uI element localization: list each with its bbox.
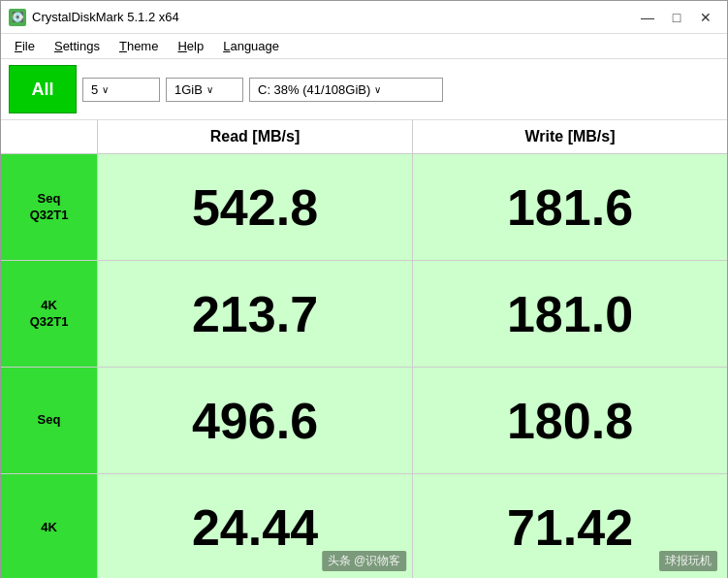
drive-select[interactable]: C: 38% (41/108GiB) ∨ xyxy=(249,78,443,102)
count-arrow-icon: ∨ xyxy=(102,84,109,95)
menu-bar: File Settings Theme Help Language xyxy=(1,34,727,59)
window-controls: — □ ✕ xyxy=(634,7,719,28)
menu-help[interactable]: Help xyxy=(168,36,213,56)
count-select[interactable]: 5 ∨ xyxy=(82,78,160,102)
watermark-right: 球报玩机 xyxy=(659,551,717,571)
row-write-4k-q32t1: 181.0 xyxy=(413,261,727,367)
main-content: Read [MB/s] Write [MB/s] SeqQ32T1 542.8 … xyxy=(1,120,727,578)
menu-language[interactable]: Language xyxy=(213,36,289,56)
app-window: 💽 CrystalDiskMark 5.1.2 x64 — □ ✕ File S… xyxy=(0,0,728,578)
row-label-4k: 4K xyxy=(1,474,98,578)
title-bar-left: 💽 CrystalDiskMark 5.1.2 x64 xyxy=(9,9,179,26)
window-title: CrystalDiskMark 5.1.2 x64 xyxy=(32,10,179,24)
menu-settings-label: Settings xyxy=(54,39,100,53)
menu-theme[interactable]: Theme xyxy=(110,36,168,56)
size-arrow-icon: ∨ xyxy=(206,84,213,95)
menu-settings[interactable]: Settings xyxy=(45,36,110,56)
row-write-seq: 180.8 xyxy=(413,368,727,473)
app-icon: 💽 xyxy=(9,9,26,26)
row-label-4k-q32t1: 4KQ32T1 xyxy=(1,261,98,367)
row-read-seq-q32t1: 542.8 xyxy=(98,154,413,260)
minimize-button[interactable]: — xyxy=(634,7,661,28)
row-read-4k-q32t1: 213.7 xyxy=(98,261,413,367)
watermark-left: 头条 @识物客 xyxy=(322,551,407,571)
row-label-seq: Seq xyxy=(1,368,98,473)
table-row: Seq 496.6 180.8 xyxy=(1,368,727,474)
all-button[interactable]: All xyxy=(9,65,77,113)
row-read-seq: 496.6 xyxy=(98,368,413,473)
title-bar: 💽 CrystalDiskMark 5.1.2 x64 — □ ✕ xyxy=(1,1,727,34)
row-write-seq-q32t1: 181.6 xyxy=(413,154,727,260)
count-value: 5 xyxy=(91,82,98,97)
menu-file-label: File xyxy=(15,39,35,53)
size-select[interactable]: 1GiB ∨ xyxy=(166,78,243,102)
size-value: 1GiB xyxy=(174,82,203,97)
menu-help-label: Help xyxy=(177,39,204,53)
table-row: SeqQ32T1 542.8 181.6 xyxy=(1,154,727,261)
drive-value: C: 38% (41/108GiB) xyxy=(258,82,370,97)
main-content-wrapper: Read [MB/s] Write [MB/s] SeqQ32T1 542.8 … xyxy=(1,120,727,578)
menu-language-label: Language xyxy=(223,39,279,53)
menu-file[interactable]: File xyxy=(5,36,45,56)
table-row: 4KQ32T1 213.7 181.0 xyxy=(1,261,727,368)
maximize-button[interactable]: □ xyxy=(663,7,690,28)
read-header: Read [MB/s] xyxy=(98,120,413,153)
toolbar: All 5 ∨ 1GiB ∨ C: 38% (41/108GiB) ∨ xyxy=(1,59,727,120)
write-header: Write [MB/s] xyxy=(413,120,727,153)
row-label-seq-q32t1: SeqQ32T1 xyxy=(1,154,98,260)
close-button[interactable]: ✕ xyxy=(692,7,719,28)
menu-theme-label: Theme xyxy=(119,39,158,53)
watermark-right-text: 球报玩机 xyxy=(665,554,712,567)
label-col-header xyxy=(1,120,98,153)
drive-arrow-icon: ∨ xyxy=(374,84,381,95)
table-header: Read [MB/s] Write [MB/s] xyxy=(1,120,727,154)
